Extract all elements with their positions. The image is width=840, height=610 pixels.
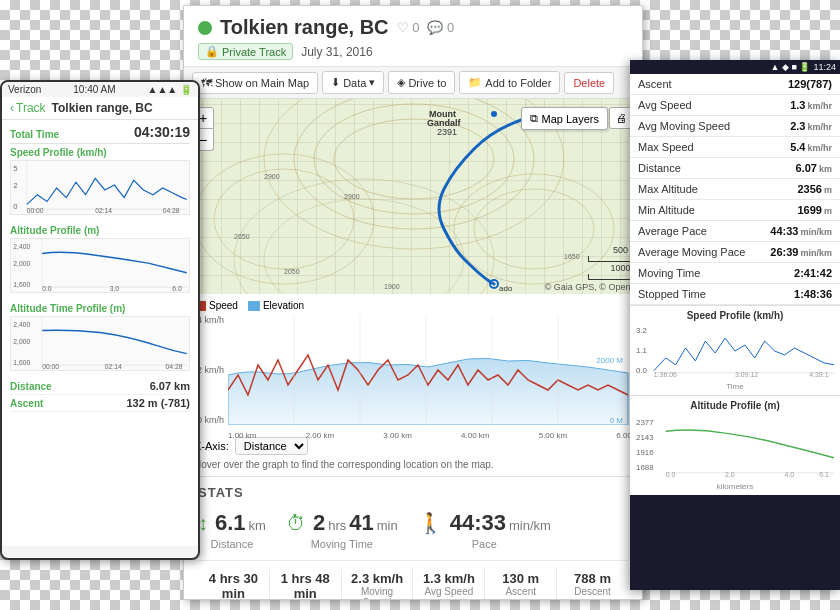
right-stat-avg-moving-speed: Avg Moving Speed 2.3 km/hr <box>630 116 840 137</box>
chart-svg: 2000 M 0 M <box>228 315 632 425</box>
avg-speed-stat: 1.3 km/h Avg Speed <box>413 569 485 600</box>
moving-speed-stat: 2.3 km/h Moving Speed <box>342 569 414 600</box>
delete-button[interactable]: Delete <box>564 72 614 94</box>
dropdown-icon: ▾ <box>369 76 375 89</box>
green-dot-icon <box>198 21 212 35</box>
map-icon: 🗺 <box>201 77 212 89</box>
map-layers-button[interactable]: ⧉ Map Layers <box>521 107 608 130</box>
svg-text:2,000: 2,000 <box>13 338 30 345</box>
moving-time-stat: ⏱ 2 hrs 41 min Moving Time <box>286 510 398 550</box>
phone-time: 10:40 AM <box>73 84 115 95</box>
svg-text:0.0: 0.0 <box>666 471 676 478</box>
svg-text:0: 0 <box>13 202 17 211</box>
phone-panel: Verizon 10:40 AM ▲▲▲ 🔋 ‹ Track Tolkien r… <box>0 80 200 560</box>
right-panel: ▲ ◆ ■ 🔋 11:24 Ascent 129(787) Avg Speed … <box>630 60 840 590</box>
show-on-map-button[interactable]: 🗺 Show on Main Map <box>192 72 318 94</box>
toolbar: 🗺 Show on Main Map ⬇ Data ▾ ◈ Drive to 📁… <box>184 67 642 99</box>
svg-text:2900: 2900 <box>344 193 360 200</box>
right-stat-avg-moving-pace: Average Moving Pace 26:39 min/km <box>630 242 840 263</box>
svg-text:6.0: 6.0 <box>172 285 182 292</box>
svg-text:2000 M: 2000 M <box>596 356 623 365</box>
carrier-label: Verizon <box>8 84 41 95</box>
svg-text:2143: 2143 <box>636 433 654 442</box>
svg-text:5: 5 <box>13 164 17 173</box>
phone-content: Total Time 04:30:19 Speed Profile (km/h)… <box>2 120 198 546</box>
svg-text:ado: ado <box>499 284 513 293</box>
add-to-folder-button[interactable]: 📁 Add to Folder <box>459 71 560 94</box>
svg-point-0 <box>334 119 494 199</box>
svg-text:00:00: 00:00 <box>27 207 44 214</box>
svg-text:00:00: 00:00 <box>42 363 59 370</box>
total-time-stat: 4 hrs 30 min Total Time <box>198 569 270 600</box>
back-button[interactable]: ‹ Track <box>10 101 46 115</box>
right-alt-chart-svg: 2377 2143 1916 1688 0.0 2.0 4.0 6.1 <box>636 413 834 478</box>
phone-alt-chart: 2,400 2,000 1,600 0.0 3.0 6.0 <box>10 238 190 293</box>
svg-text:2,400: 2,400 <box>13 243 30 250</box>
phone-distance-row: Distance 6.07 km <box>10 378 190 395</box>
svg-text:1688: 1688 <box>636 463 654 472</box>
main-header: Tolkien range, BC ♡ 0 💬 0 🔒 Private Trac… <box>184 6 642 67</box>
chart-legend: Speed Elevation <box>194 300 632 311</box>
chart-svg-area: 2000 M 0 M 1.00 km2.00 km3.00 km4.00 km5… <box>228 315 632 435</box>
total-time-row: Total Time 04:30:19 <box>10 124 190 144</box>
chart-container: Speed Elevation 4 km/h 2 km/h 0 km/h <box>184 294 642 477</box>
track-title: Tolkien range, BC <box>220 16 389 39</box>
svg-text:02:14: 02:14 <box>95 207 112 214</box>
svg-text:0 M: 0 M <box>610 416 624 425</box>
svg-text:3:09:12: 3:09:12 <box>735 371 758 378</box>
svg-text:4:39:1: 4:39:1 <box>809 371 828 378</box>
status-icons: ▲ ◆ ■ 🔋 <box>771 62 811 72</box>
right-stats-list: Ascent 129(787) Avg Speed 1.3 km/hr Avg … <box>630 74 840 305</box>
phone-alt-time-chart: 2,400 2,000 1,600 00:00 02:14 04:28 <box>10 316 190 371</box>
descent-stat: 788 m Descent <box>557 569 628 600</box>
elevation-legend-item: Elevation <box>248 300 304 311</box>
back-arrow-icon: ‹ <box>10 101 14 115</box>
subtitle-row: 🔒 Private Track July 31, 2016 <box>198 43 628 60</box>
download-icon: ⬇ <box>331 76 340 89</box>
phone-nav-bar: ‹ Track Tolkien range, BC <box>2 97 198 120</box>
svg-text:2,400: 2,400 <box>13 321 30 328</box>
total-time-value: 04:30:19 <box>134 124 190 140</box>
data-button[interactable]: ⬇ Data ▾ <box>322 71 384 94</box>
svg-text:3.2: 3.2 <box>636 326 647 335</box>
svg-text:04:28: 04:28 <box>163 207 180 214</box>
right-stat-stopped-time: Stopped Time 1:48:36 <box>630 284 840 305</box>
stats-section: STATS ↕ 6.1 km Distance ⏱ 2 hrs 41 min M… <box>184 477 642 600</box>
stats-main-row: ↕ 6.1 km Distance ⏱ 2 hrs 41 min Moving … <box>198 510 628 550</box>
speed-profile-title: Speed Profile (km/h) <box>636 310 834 321</box>
drive-to-button[interactable]: ◈ Drive to <box>388 71 455 94</box>
svg-point-5 <box>194 154 374 284</box>
phone-speed-chart: 5 2 0 00:00 02:14 04:28 <box>10 160 190 215</box>
title-row: Tolkien range, BC ♡ 0 💬 0 <box>198 16 628 39</box>
svg-text:2391: 2391 <box>437 127 457 137</box>
phone-ascent-row: Ascent 132 m (-781) <box>10 395 190 412</box>
ascent-stat: 130 m Ascent <box>485 569 557 600</box>
chart-hint: Hover over the graph to find the corresp… <box>194 457 632 474</box>
svg-point-2 <box>294 99 534 229</box>
right-speed-chart-svg: 3.2 1.1 0.0 1:36:06 3:09:12 4:39:1 <box>636 323 834 378</box>
right-time: 11:24 <box>813 62 836 72</box>
signal-icons: ▲▲▲ 🔋 <box>148 84 192 95</box>
alt-x-axis-label: kilometers <box>636 482 834 491</box>
heart-icon[interactable]: ♡ 0 <box>397 20 420 35</box>
alt-profile-title: Altitude Profile (m) <box>636 400 834 411</box>
elevation-color-swatch <box>248 301 260 311</box>
svg-text:1650: 1650 <box>564 253 580 260</box>
right-stat-ascent: Ascent 129(787) <box>630 74 840 95</box>
stats-bottom-row: 4 hrs 30 min Total Time 1 hrs 48 min Sto… <box>198 560 628 600</box>
stopped-time-stat: 1 hrs 48 min Stopped Time <box>270 569 342 600</box>
pace-stat: 🚶 44:33 min/km Pace <box>418 510 551 550</box>
svg-text:2050: 2050 <box>284 268 300 275</box>
svg-text:2377: 2377 <box>636 418 654 427</box>
speed-x-axis-label: Time <box>636 382 834 391</box>
main-panel: Tolkien range, BC ♡ 0 💬 0 🔒 Private Trac… <box>183 5 643 600</box>
comment-icon[interactable]: 💬 0 <box>427 20 454 35</box>
right-stat-avg-pace: Average Pace 44:33 min/km <box>630 221 840 242</box>
right-stat-max-speed: Max Speed 5.4 km/hr <box>630 137 840 158</box>
walk-icon: 🚶 <box>418 511 443 535</box>
distance-stat: ↕ 6.1 km Distance <box>198 510 266 550</box>
svg-text:3.0: 3.0 <box>110 285 120 292</box>
svg-text:6.1: 6.1 <box>819 471 829 478</box>
right-status-bar: ▲ ◆ ■ 🔋 11:24 <box>630 60 840 74</box>
svg-text:02:14: 02:14 <box>105 363 122 370</box>
